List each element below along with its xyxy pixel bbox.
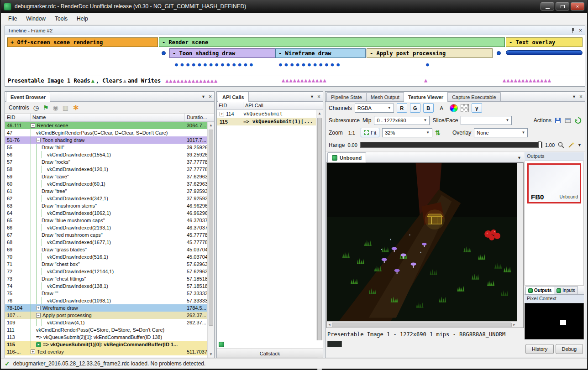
scrollbar-thumb[interactable]	[317, 118, 322, 370]
overlay-select[interactable]: None ▼	[474, 128, 528, 137]
mip-select[interactable]: 0 - 1272x690 ▼	[374, 116, 430, 125]
event-row[interactable]: 68vkCmdDrawIndexed(1677,1)45.77778	[5, 239, 214, 246]
tab-unbound-texture[interactable]: Unbound	[327, 152, 366, 162]
save-icon[interactable]	[554, 117, 562, 124]
timeline-bar-render-scene[interactable]: - Render scene	[159, 37, 505, 47]
event-row[interactable]: 51-76−Toon shading draw1017.7...	[5, 136, 214, 144]
event-row[interactable]: 72vkCmdDrawIndexed(12144,1)57.62963	[5, 268, 214, 275]
panel-close-icon[interactable]: ×	[209, 94, 212, 99]
texture-horizontal-scrollbar[interactable]: ◄ ►	[327, 321, 517, 328]
event-row[interactable]: 78-104+Wireframe draw1784.5...	[5, 304, 214, 312]
menu-window[interactable]: Window	[21, 13, 50, 24]
event-row[interactable]: 63Draw "mushroom stems"46.96296	[5, 202, 214, 209]
checkerboard-background-icon[interactable]	[461, 104, 469, 112]
fb0-thumbnail[interactable]: FB0 Unbound	[527, 163, 581, 203]
channels-select[interactable]: RGBA ▼	[355, 104, 394, 113]
timeline-bar-post-processing[interactable]: - Apply post processing	[367, 48, 493, 58]
channel-red-button[interactable]: R	[397, 103, 407, 113]
scroll-left-icon[interactable]: ◄	[328, 323, 331, 326]
column-eid[interactable]: EID	[5, 114, 31, 121]
event-row[interactable]: 58vkCmdDrawIndexed(120,1)37.77778	[5, 166, 214, 173]
timeline-bar-wireframe[interactable]: - Wireframe draw	[275, 48, 366, 58]
event-row[interactable]: 115▸=> vkQueueSubmit(1)[0]: vkBeginComma…	[5, 341, 214, 348]
toolbar-overflow-icon[interactable]: ▼	[578, 143, 582, 147]
event-row[interactable]: 59Draw "cave"37.62963	[5, 173, 214, 180]
time-draws-icon[interactable]: ◷	[33, 104, 39, 111]
timeline-text-overlay-range-bar[interactable]	[506, 50, 583, 55]
expander-icon[interactable]: −	[36, 313, 41, 318]
zoom-range-icon[interactable]	[557, 141, 565, 149]
chevron-down-icon[interactable]: ▼	[572, 94, 576, 99]
expander-icon[interactable]: +	[36, 306, 41, 310]
column-eid[interactable]: EID	[217, 102, 243, 109]
menu-tools[interactable]: Tools	[50, 13, 72, 24]
event-row[interactable]: 62vkCmdDrawIndexed(342,1)37.92593	[5, 195, 214, 202]
callstack-bar[interactable]: Callstack	[217, 349, 323, 358]
pin-icon[interactable]	[571, 28, 575, 33]
jump-flag-icon[interactable]: ⚑	[43, 104, 49, 111]
event-row[interactable]: 64vkCmdDrawIndexed(1062,1)46.96296	[5, 209, 214, 217]
range-slider-thumb[interactable]	[538, 141, 541, 148]
zoom-percent-select[interactable]: 32% ▼	[382, 128, 432, 137]
bookmark-icon[interactable]: ∗	[73, 104, 79, 111]
event-row[interactable]: 111vkCmdEndRenderPass(C=Store, D=Store, …	[5, 326, 214, 334]
tab-outputs[interactable]: Outputs	[525, 286, 554, 294]
column-duration[interactable]: Duratio...	[185, 114, 214, 121]
stats-icon[interactable]: ▥	[63, 104, 68, 111]
refresh-icon[interactable]	[574, 117, 582, 124]
tab-capture-executable[interactable]: Capture Executable	[447, 92, 501, 101]
channel-blue-button[interactable]: B	[423, 103, 434, 113]
scroll-down-icon[interactable]: ▼	[208, 351, 214, 358]
menu-help[interactable]: Help	[72, 13, 93, 24]
timeline-bar-offscreen[interactable]: + Off-screen scene rendering	[7, 37, 158, 47]
event-row[interactable]: 69Draw "grass blades"45.03704	[5, 246, 214, 253]
event-row[interactable]: 70vkCmdDrawIndexed(516,1)45.03704	[5, 253, 214, 261]
event-row[interactable]: 61Draw "tree"37.92593	[5, 188, 214, 195]
panel-close-icon[interactable]: ×	[317, 94, 320, 99]
timeline-close-icon[interactable]: ×	[579, 28, 582, 33]
zoom-1to1-button[interactable]: 1:1	[346, 128, 358, 137]
sliceface-select[interactable]: ▼	[461, 116, 512, 125]
color-wheel-icon[interactable]	[450, 104, 458, 112]
texture-view[interactable]: ◄ ►	[326, 162, 524, 328]
open-in-window-icon[interactable]	[564, 117, 572, 124]
expander-icon[interactable]: −	[36, 138, 41, 142]
close-button[interactable]: ×	[571, 2, 584, 10]
panel-close-icon[interactable]: ×	[579, 94, 583, 99]
event-row[interactable]: 60vkCmdDrawIndexed(60,1)37.62963	[5, 180, 214, 188]
history-button[interactable]: History	[525, 344, 554, 354]
event-row[interactable]: 71Draw "chest box"57.62963	[5, 261, 214, 268]
chevron-down-icon[interactable]: ▼	[201, 94, 205, 99]
range-min-value[interactable]: 0.00	[347, 142, 357, 148]
scrollbar-thumb[interactable]	[209, 130, 213, 326]
pixel-context-view[interactable]	[525, 303, 584, 339]
column-api-call[interactable]: API Call	[243, 102, 323, 109]
scrollbar-thumb[interactable]	[332, 323, 512, 327]
event-row[interactable]: 65Draw "blue mushroom caps"46.37037	[5, 217, 214, 224]
event-row[interactable]: 76vkCmdDrawIndexed(1098,1)57.33333	[5, 297, 214, 304]
texture-vertical-scrollbar[interactable]	[517, 163, 523, 321]
flip-y-icon[interactable]: ⇅	[435, 129, 441, 136]
scroll-up-icon[interactable]: ▲	[208, 122, 214, 129]
tab-texture-viewer[interactable]: Texture Viewer	[404, 92, 448, 102]
minimize-button[interactable]	[541, 2, 554, 10]
api-call-row[interactable]: 115=> vkQueueSubmit(1)[...	[217, 118, 323, 125]
event-row[interactable]: 55Draw "hill"39.25926	[5, 144, 214, 151]
chevron-down-icon[interactable]: ▼	[517, 156, 521, 160]
event-row[interactable]: 67Draw "red mushroom caps"45.77778	[5, 231, 214, 239]
timeline-bar-text-overlay[interactable]: - Text overlay	[506, 37, 583, 47]
tab-api-calls[interactable]: API Calls	[218, 92, 249, 102]
tab-mesh-output[interactable]: Mesh Output	[366, 92, 404, 101]
scroll-up-icon[interactable]: ▲	[316, 110, 323, 117]
tab-event-browser[interactable]: Event Browser	[6, 92, 50, 102]
tab-inputs[interactable]: Inputs	[554, 286, 578, 294]
event-row[interactable]: 109vkCmdDraw(4,1)262.37...	[5, 319, 214, 326]
debug-button[interactable]: Debug	[556, 344, 583, 354]
event-row[interactable]: 116-...+Text overlay511.7037	[5, 348, 214, 355]
tab-pipeline-state[interactable]: Pipeline State	[326, 92, 367, 101]
channel-alpha-button[interactable]: A	[436, 103, 447, 113]
scroll-right-icon[interactable]: ►	[513, 323, 516, 326]
record-icon[interactable]: ◉	[52, 104, 58, 111]
range-slider[interactable]	[360, 142, 542, 148]
channel-green-button[interactable]: G	[410, 103, 420, 113]
